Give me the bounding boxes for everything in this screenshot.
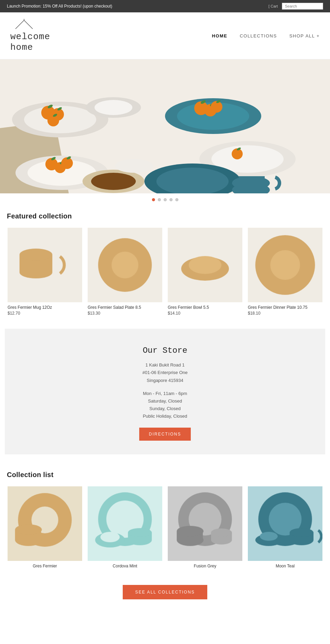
collection-grid: Gres FermierCordova MintFusion GreyMoon … [0, 484, 330, 571]
promo-text: Launch Promotion: 15% Off All Products! … [7, 4, 112, 9]
carousel-dot-2[interactable] [158, 198, 161, 201]
carousel-dot-5[interactable] [175, 198, 178, 201]
collection-card[interactable]: Fusion Grey [165, 484, 245, 571]
collection-label: Fusion Grey [168, 564, 242, 568]
store-hours: Mon - Fri, 11am - 6pm Saturday, Closed S… [12, 390, 318, 420]
store-address: 1 Kaki Bukit Road 1 #01-06 Enterprise On… [12, 361, 318, 384]
featured-section: Featured collection Gres Fermier Mug 12O… [0, 206, 330, 318]
product-grid: Gres Fermier Mug 12Oz$12.70Gres Fermier … [0, 225, 330, 318]
cart-link[interactable]: [ Cart [268, 4, 278, 8]
product-price: $18.10 [248, 311, 322, 316]
logo-text: welcomehome [10, 32, 50, 53]
collection-label: Gres Fermier [8, 564, 82, 568]
top-bar: Launch Promotion: 15% Off All Products! … [0, 0, 330, 12]
product-price: $13.30 [88, 311, 162, 316]
collection-card[interactable]: Gres Fermier [5, 484, 85, 571]
carousel-dot-3[interactable] [164, 198, 167, 201]
directions-button[interactable]: DIRECTIONS [139, 428, 191, 441]
product-card[interactable]: Gres Fermier Mug 12Oz$12.70 [5, 225, 85, 318]
collection-label: Moon Teal [248, 564, 322, 568]
collection-label: Cordova Mint [88, 564, 162, 568]
nav-shop-all[interactable]: SHOP ALL + [289, 33, 320, 38]
product-name: Gres Fermier Dinner Plate 10.75 [248, 305, 322, 310]
product-card[interactable]: Gres Fermier Bowl 5.5$14.10 [165, 225, 245, 318]
logo[interactable]: welcomehome [10, 19, 50, 53]
search-input[interactable] [282, 3, 323, 10]
featured-title: Featured collection [0, 206, 330, 225]
main-nav: HOME COLLECTIONS SHOP ALL + [212, 33, 320, 38]
nav-home[interactable]: HOME [212, 33, 227, 38]
product-price: $12.70 [8, 311, 82, 316]
product-card[interactable]: Gres Fermier Dinner Plate 10.75$18.10 [245, 225, 325, 318]
house-icon [14, 19, 34, 32]
see-all-button[interactable]: SEE ALL COLLECTIONS [123, 585, 207, 599]
hero-banner [0, 59, 330, 193]
collection-title: Collection list [0, 465, 330, 484]
product-name: Gres Fermier Bowl 5.5 [168, 305, 242, 310]
product-price: $14.10 [168, 311, 242, 316]
header: welcomehome HOME COLLECTIONS SHOP ALL + [0, 12, 330, 59]
store-title: Our Store [12, 346, 318, 355]
store-section: Our Store 1 Kaki Bukit Road 1 #01-06 Ent… [5, 329, 325, 454]
top-bar-right: [ Cart [268, 3, 323, 10]
collection-card[interactable]: Cordova Mint [85, 484, 165, 571]
carousel-dot-4[interactable] [169, 198, 173, 201]
hero-canvas [0, 59, 330, 193]
nav-collections[interactable]: COLLECTIONS [240, 33, 277, 38]
product-name: Gres Fermier Salad Plate 8.5 [88, 305, 162, 310]
collection-section: Collection list Gres FermierCordova Mint… [0, 465, 330, 571]
carousel-dot-1[interactable] [152, 198, 155, 201]
see-all-section: SEE ALL COLLECTIONS [0, 575, 330, 617]
carousel-dots[interactable] [0, 193, 330, 206]
product-card[interactable]: Gres Fermier Salad Plate 8.5$13.30 [85, 225, 165, 318]
collection-card[interactable]: Moon Teal [245, 484, 325, 571]
product-name: Gres Fermier Mug 12Oz [8, 305, 82, 310]
